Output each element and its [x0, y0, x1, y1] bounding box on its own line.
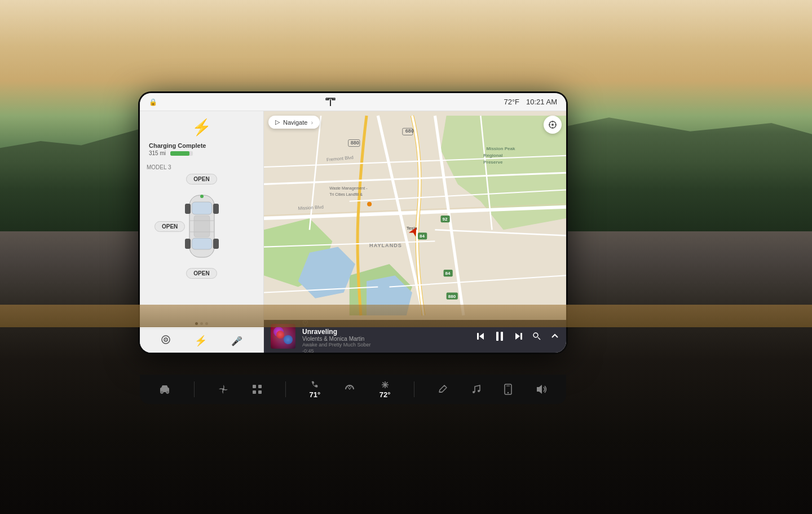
play-pause-button[interactable]	[494, 331, 505, 342]
song-duration: -0:45	[302, 348, 469, 353]
song-album: Awake and Pretty Much Sober	[302, 342, 469, 348]
recenter-icon	[548, 120, 557, 129]
prev-icon	[476, 332, 485, 341]
svg-text:92: 92	[443, 217, 448, 222]
bottom-open-button-container: OPEN	[147, 268, 257, 279]
wood-trim	[0, 305, 812, 327]
music-icon	[471, 384, 481, 394]
search-music-button[interactable]	[532, 332, 541, 341]
map-area[interactable]: 680 880	[264, 111, 566, 320]
status-bar: 🔒 72°F 10:21 AM	[140, 93, 566, 111]
edit-icon	[438, 384, 448, 394]
taskbar-car[interactable]	[158, 385, 171, 394]
status-bar-left: 🔒	[149, 98, 157, 106]
svg-point-44	[367, 202, 372, 207]
grid-icon	[252, 384, 262, 394]
taskbar-fan[interactable]	[218, 384, 229, 395]
navigate-chevron-icon: ›	[311, 119, 313, 126]
svg-rect-0	[330, 100, 331, 106]
svg-text:Mission Peak: Mission Peak	[486, 146, 515, 151]
trunk-open-button[interactable]: OPEN	[186, 174, 217, 184]
svg-rect-79	[258, 390, 262, 394]
svg-marker-91	[537, 385, 542, 394]
taskbar-grid[interactable]	[252, 384, 262, 394]
mobile-icon	[504, 384, 512, 395]
battery-fill	[170, 151, 189, 156]
svg-point-14	[165, 339, 166, 340]
phone-icon	[310, 380, 319, 389]
svg-text:880: 880	[351, 140, 359, 146]
album-art	[271, 324, 295, 349]
expand-icon	[550, 332, 559, 341]
map-recenter-button[interactable]	[544, 116, 562, 134]
charging-icon: ⚡	[192, 118, 211, 137]
taskbar: 71° 72°	[140, 375, 566, 404]
svg-marker-63	[479, 333, 484, 340]
tesla-logo-icon	[325, 97, 336, 107]
navigate-arrow-icon: ▷	[275, 118, 280, 126]
taskbar-fan-speed[interactable]	[343, 384, 356, 394]
music-controls	[476, 331, 559, 342]
svg-rect-8	[213, 204, 219, 214]
time-display: 10:21 AM	[526, 98, 557, 106]
battery-bar	[170, 151, 193, 156]
volume-icon	[535, 384, 548, 394]
song-title: Unraveling	[302, 328, 469, 336]
fan-icon	[218, 384, 229, 395]
left-panel-bottom: ⚡ 🎤	[140, 328, 263, 353]
svg-point-11	[200, 195, 204, 198]
svg-rect-68	[520, 333, 522, 340]
next-icon	[514, 332, 523, 341]
svg-rect-9	[185, 239, 191, 249]
temp-left-label: 71°	[310, 390, 321, 399]
svg-point-73	[160, 391, 163, 394]
svg-rect-2	[192, 202, 212, 214]
svg-rect-77	[258, 385, 262, 388]
car-image-container: OPEN	[147, 187, 257, 266]
divider-2	[285, 381, 286, 397]
charging-header: ⚡ Charging Complete 315 mi	[140, 111, 263, 161]
charging-range-row: 315 mi	[149, 150, 193, 156]
svg-rect-76	[253, 385, 256, 388]
prev-track-button[interactable]	[476, 332, 485, 341]
model-label: MODEL 3	[147, 164, 257, 170]
camera-icon[interactable]	[161, 335, 171, 347]
expand-player-button[interactable]	[550, 332, 559, 341]
svg-marker-72	[161, 385, 168, 388]
svg-rect-4	[194, 216, 210, 237]
svg-rect-7	[185, 204, 191, 214]
lightning-panel-icon[interactable]: ⚡	[195, 335, 207, 347]
taskbar-phone[interactable]	[504, 384, 512, 395]
svg-text:84: 84	[420, 234, 425, 239]
svg-point-87	[478, 390, 480, 392]
svg-point-74	[166, 391, 169, 394]
pause-icon	[494, 331, 505, 342]
navigate-bar[interactable]: ▷ Navigate ›	[268, 116, 320, 129]
svg-text:84: 84	[445, 271, 451, 276]
svg-text:Regional: Regional	[483, 153, 502, 158]
next-track-button[interactable]	[514, 332, 523, 341]
svg-rect-3	[192, 238, 212, 249]
microphone-icon[interactable]: 🎤	[231, 336, 242, 346]
svg-rect-66	[501, 332, 503, 341]
taskbar-volume[interactable]	[535, 384, 548, 394]
svg-text:880: 880	[448, 294, 456, 299]
status-bar-right: 72°F 10:21 AM	[504, 98, 557, 106]
left-door-open-button[interactable]: OPEN	[155, 221, 185, 232]
status-bar-center	[325, 97, 336, 107]
navigate-label: Navigate	[283, 119, 307, 126]
taskbar-edit[interactable]	[438, 384, 448, 394]
taskbar-temp-left[interactable]: 71°	[310, 380, 321, 399]
svg-point-58	[551, 124, 554, 126]
taskbar-music[interactable]	[471, 384, 481, 394]
svg-rect-78	[253, 390, 256, 394]
car-top-controls: OPEN	[147, 174, 257, 184]
map-svg: 680 880	[264, 111, 566, 320]
divider-3	[414, 381, 414, 397]
svg-text:Waste Management -: Waste Management -	[329, 186, 368, 191]
svg-rect-10	[213, 239, 219, 249]
frunk-open-button[interactable]: OPEN	[186, 268, 217, 279]
taskbar-temp-right[interactable]: 72°	[379, 380, 391, 399]
svg-point-86	[473, 391, 475, 393]
svg-point-89	[508, 392, 509, 393]
